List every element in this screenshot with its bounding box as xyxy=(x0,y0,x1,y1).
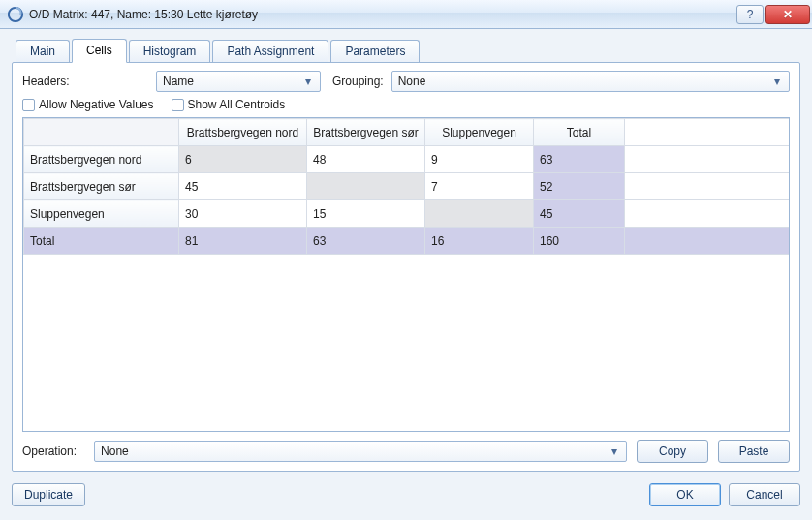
cell-empty xyxy=(625,173,790,200)
cell-empty xyxy=(625,146,790,173)
col-header[interactable]: Sluppenvegen xyxy=(425,119,534,146)
table-row: Brattsbergvegen nord648963 xyxy=(24,146,790,173)
allow-negative-checkbox[interactable]: Allow Negative Values xyxy=(22,98,154,111)
table-row: Sluppenvegen301545 xyxy=(24,200,790,228)
col-header[interactable]: Brattsbergvegen sør xyxy=(307,119,425,146)
window-title: O/D Matrix: 447, Name: 15:30 Lette kjøre… xyxy=(29,8,734,21)
grouping-select-value: None xyxy=(398,75,426,88)
cells-panel: Headers: Name ▾ Grouping: None ▾ Allow N… xyxy=(12,62,800,472)
chevron-down-icon: ▾ xyxy=(607,444,622,458)
row-header[interactable]: Brattsbergvegen sør xyxy=(24,173,179,200)
title-bar: O/D Matrix: 447, Name: 15:30 Lette kjøre… xyxy=(0,0,812,29)
cell[interactable]: 16 xyxy=(425,228,534,255)
table-row: Brattsbergvegen sør45752 xyxy=(24,173,790,200)
grouping-label: Grouping: xyxy=(332,75,384,88)
chevron-down-icon: ▾ xyxy=(769,75,785,88)
app-icon xyxy=(8,7,23,22)
paste-button[interactable]: Paste xyxy=(718,440,790,463)
headers-select-value: Name xyxy=(163,75,194,88)
duplicate-button[interactable]: Duplicate xyxy=(12,483,85,506)
row-header[interactable]: Total xyxy=(24,228,179,255)
operation-select[interactable]: None ▾ xyxy=(94,441,627,462)
cell[interactable]: 63 xyxy=(307,228,425,255)
cell[interactable]: 48 xyxy=(307,146,425,173)
grouping-select[interactable]: None ▾ xyxy=(391,71,790,92)
matrix-table-wrap: Brattsbergvegen nordBrattsbergvegen sørS… xyxy=(22,117,790,432)
tab-cells[interactable]: Cells xyxy=(72,39,127,63)
window-body: MainCellsHistogramPath AssignmentParamet… xyxy=(0,29,812,520)
checkbox-icon xyxy=(22,99,35,111)
col-header-empty xyxy=(625,119,790,146)
table-row: Total816316160 xyxy=(24,228,790,255)
checkbox-icon xyxy=(172,99,184,111)
cell[interactable]: 6 xyxy=(179,146,307,173)
cell[interactable]: 81 xyxy=(179,228,307,255)
col-header[interactable]: Total xyxy=(534,119,625,146)
tab-main[interactable]: Main xyxy=(16,40,70,63)
row-header[interactable]: Sluppenvegen xyxy=(24,200,179,228)
cell[interactable]: 15 xyxy=(307,200,425,228)
help-icon: ? xyxy=(747,8,754,21)
cell[interactable]: 30 xyxy=(179,200,307,228)
copy-button[interactable]: Copy xyxy=(637,440,708,463)
col-header[interactable]: Brattsbergvegen nord xyxy=(179,119,307,146)
cell[interactable]: 9 xyxy=(425,146,534,173)
cell[interactable] xyxy=(307,173,425,200)
cancel-button[interactable]: Cancel xyxy=(729,483,800,506)
cell-empty xyxy=(625,200,790,228)
close-icon: ✕ xyxy=(783,8,793,21)
allow-negative-label: Allow Negative Values xyxy=(39,98,154,111)
tab-bar: MainCellsHistogramPath AssignmentParamet… xyxy=(16,39,800,63)
chevron-down-icon: ▾ xyxy=(300,75,316,88)
headers-label: Headers: xyxy=(22,75,148,88)
headers-select[interactable]: Name ▾ xyxy=(156,71,321,92)
help-button[interactable]: ? xyxy=(736,5,764,24)
row-total: 52 xyxy=(534,173,625,200)
cell[interactable]: 45 xyxy=(179,173,307,200)
show-all-label: Show All Centroids xyxy=(188,98,286,111)
ok-button[interactable]: OK xyxy=(649,483,721,506)
matrix-table: Brattsbergvegen nordBrattsbergvegen sørS… xyxy=(23,118,789,255)
tab-parameters[interactable]: Parameters xyxy=(330,40,420,63)
corner-header xyxy=(24,119,179,146)
close-button[interactable]: ✕ xyxy=(765,5,810,24)
row-header[interactable]: Brattsbergvegen nord xyxy=(24,146,179,173)
operation-select-value: None xyxy=(101,444,129,458)
cell[interactable] xyxy=(425,200,534,228)
row-total: 45 xyxy=(534,200,625,228)
row-total: 63 xyxy=(534,146,625,173)
show-all-centroids-checkbox[interactable]: Show All Centroids xyxy=(172,98,286,111)
cell[interactable]: 7 xyxy=(425,173,534,200)
tab-path-assignment[interactable]: Path Assignment xyxy=(212,40,328,63)
operation-label: Operation: xyxy=(22,444,77,458)
row-total: 160 xyxy=(534,228,625,255)
tab-histogram[interactable]: Histogram xyxy=(129,40,211,63)
cell-empty xyxy=(625,228,790,255)
